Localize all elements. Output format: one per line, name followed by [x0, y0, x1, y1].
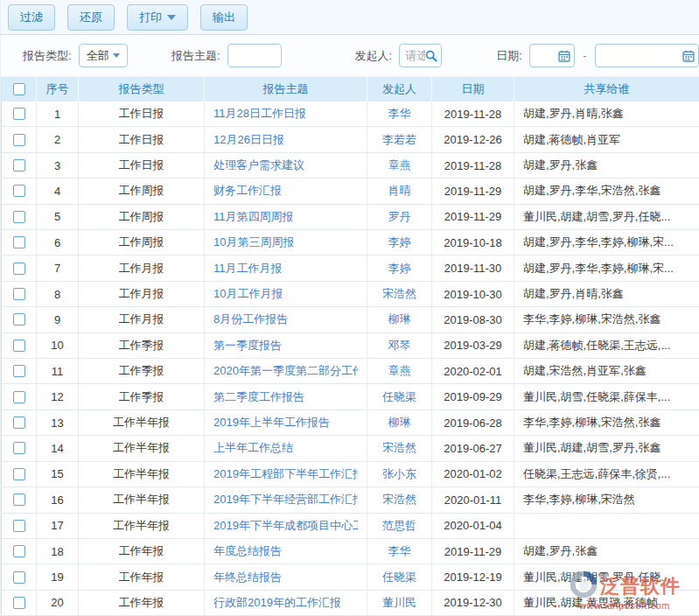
row-checkbox[interactable] [13, 494, 25, 506]
row-checkbox[interactable] [13, 545, 25, 557]
row-checkbox[interactable] [13, 340, 25, 352]
table-row: 10工作季报第一季度报告邓琴2019-03-29胡建,蒋德帧,任晓渠,王志远,.… [2, 333, 699, 359]
report-subject-link[interactable]: 11月第四周周报 [213, 209, 294, 225]
row-checkbox[interactable] [13, 597, 25, 609]
report-subject-link[interactable]: 10月工作月报 [213, 286, 283, 302]
row-initiator-cell: 任晓渠 [367, 564, 432, 590]
subject-label: 报告主题: [171, 48, 220, 64]
report-subject-link[interactable]: 12月26日日报 [213, 132, 284, 148]
print-button[interactable]: 打印 [127, 4, 188, 31]
row-initiator-cell: 邓琴 [367, 333, 432, 359]
date-to-field[interactable] [595, 44, 699, 67]
row-date: 2019-12-19 [432, 564, 514, 590]
report-subject-link[interactable]: 第二季度工作报告 [213, 389, 304, 405]
initiator-link[interactable]: 章燕 [388, 363, 411, 379]
report-subject-link[interactable]: 2019年工程部下半年工作汇报 [213, 466, 358, 482]
report-subject-link[interactable]: 11月28日工作日报 [213, 106, 306, 122]
initiator-link[interactable]: 邓琴 [388, 338, 411, 354]
row-subject-cell: 第一季度报告 [205, 333, 367, 359]
initiator-link[interactable]: 宋浩然 [382, 440, 416, 456]
table-row: 18工作年报年度总结报告李华2019-11-29胡建,罗丹,张鑫 [2, 539, 699, 564]
report-subject-link[interactable]: 第一季度报告 [213, 338, 282, 354]
row-shared-with: 董川民,胡建,胡雪,罗丹,任晓... [514, 564, 699, 590]
report-subject-link[interactable]: 2019年下半年成都项目中心工作 [213, 518, 358, 534]
initiator-link[interactable]: 宋浩然 [382, 492, 416, 508]
row-checkbox[interactable] [13, 468, 25, 480]
row-shared-with: 胡建,罗丹,肖晴,张鑫 [514, 282, 699, 307]
row-checkbox[interactable] [13, 365, 25, 377]
row-checkbox[interactable] [13, 159, 25, 172]
row-checkbox[interactable] [13, 185, 25, 197]
table-row: 12工作季报第二季度工作报告任晓渠2019-09-29董川民,胡雪,任晓渠,薛保… [2, 384, 699, 410]
row-subject-cell: 2019年下半年成都项目中心工作 [205, 514, 367, 539]
report-subject-link[interactable]: 10月第三周周报 [213, 234, 294, 250]
subject-input[interactable] [227, 44, 282, 67]
row-checkbox[interactable] [13, 236, 25, 248]
filter-button[interactable]: 过滤 [8, 4, 55, 31]
initiator-link[interactable]: 李华 [388, 543, 411, 559]
row-checkbox[interactable] [13, 108, 25, 120]
table-row: 20工作年报行政部2019年的工作汇报董川民2019-12-30董川民,胡建,黄… [2, 591, 699, 616]
initiator-link[interactable]: 李华 [388, 106, 411, 122]
initiator-link[interactable]: 范思哲 [382, 518, 416, 534]
report-subject-link[interactable]: 财务工作汇报 [213, 183, 282, 199]
row-select-cell [2, 539, 37, 564]
row-checkbox[interactable] [13, 134, 25, 146]
initiator-link[interactable]: 李婷 [388, 261, 411, 276]
row-checkbox[interactable] [13, 391, 25, 403]
row-subject-cell: 2019年下半年经营部工作汇报 [205, 487, 367, 513]
calendar-icon[interactable] [558, 50, 570, 62]
initiator-picker[interactable] [399, 44, 442, 67]
report-type-select[interactable]: 全部 [79, 44, 128, 67]
row-date: 2020-02-01 [432, 359, 514, 384]
select-all-checkbox[interactable] [13, 83, 25, 95]
row-report-type: 工作月报 [79, 256, 205, 281]
row-checkbox[interactable] [13, 520, 25, 532]
export-button[interactable]: 输出 [200, 4, 248, 31]
row-checkbox[interactable] [13, 442, 25, 454]
row-shared-with: 董川民,胡建,黄思璐,蒋德帧 [514, 591, 699, 616]
initiator-link[interactable]: 罗丹 [388, 209, 411, 225]
initiator-link[interactable]: 张小东 [382, 466, 416, 482]
initiator-link[interactable]: 宋浩然 [382, 286, 416, 302]
header-shared: 共享给谁 [514, 77, 699, 102]
chevron-down-icon [113, 53, 120, 58]
initiator-link[interactable]: 任晓渠 [382, 570, 416, 585]
initiator-link[interactable]: 柳琳 [388, 312, 411, 327]
report-subject-link[interactable]: 处理客户需求建议 [213, 158, 304, 173]
calendar-icon[interactable] [682, 50, 695, 62]
report-subject-link[interactable]: 年终总结报告 [213, 570, 282, 585]
initiator-link[interactable]: 董川民 [382, 595, 416, 611]
row-checkbox[interactable] [13, 288, 25, 300]
search-icon[interactable] [425, 50, 437, 62]
initiator-link[interactable]: 章燕 [388, 158, 411, 173]
row-checkbox[interactable] [13, 416, 25, 429]
initiator-link[interactable]: 肖晴 [388, 183, 411, 199]
report-subject-link[interactable]: 2020年第一季度第二部分工作 [213, 363, 358, 379]
row-seq: 9 [37, 307, 79, 332]
row-checkbox[interactable] [13, 313, 25, 326]
report-subject-link[interactable]: 8月份工作报告 [213, 312, 288, 327]
report-subject-link[interactable]: 11月工作月报 [213, 261, 283, 276]
initiator-link[interactable]: 任晓渠 [382, 389, 416, 405]
row-initiator-cell: 李若若 [367, 127, 432, 152]
row-shared-with: 李华,李婷,柳琳,宋浩然,张鑫 [514, 410, 699, 436]
row-checkbox[interactable] [13, 571, 25, 584]
initiator-link[interactable]: 李若若 [382, 132, 416, 148]
row-date: 2019-11-29 [432, 178, 514, 204]
row-seq: 12 [37, 384, 79, 410]
row-select-cell [2, 410, 37, 436]
report-subject-link[interactable]: 年度总结报告 [213, 543, 282, 559]
row-checkbox[interactable] [13, 211, 25, 223]
row-checkbox[interactable] [13, 262, 25, 275]
initiator-link[interactable]: 柳琳 [388, 415, 411, 430]
report-subject-link[interactable]: 上半年工作总结 [213, 440, 293, 456]
report-subject-link[interactable]: 2019年下半年经营部工作汇报 [213, 492, 358, 508]
reset-button[interactable]: 还原 [67, 4, 115, 31]
row-initiator-cell: 宋浩然 [367, 487, 432, 513]
row-report-type: 工作年报 [79, 591, 205, 616]
date-from-field[interactable] [529, 44, 575, 67]
report-subject-link[interactable]: 2019年上半年工作报告 [213, 415, 330, 430]
report-subject-link[interactable]: 行政部2019年的工作汇报 [213, 595, 341, 611]
initiator-link[interactable]: 李婷 [388, 234, 411, 250]
